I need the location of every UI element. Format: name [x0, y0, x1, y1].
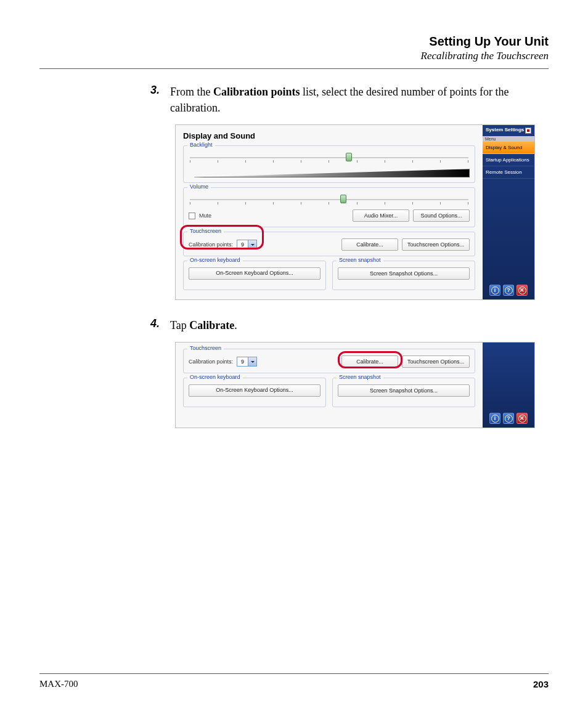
sidebar-title: System Settings — [486, 128, 524, 133]
select-value: 9 — [237, 241, 248, 248]
sidebar-item-remote[interactable]: Remote Session — [483, 166, 534, 179]
mute-label: Mute — [199, 213, 211, 219]
touchscreen-options-button[interactable]: Touchscreen Options... — [402, 238, 470, 251]
osk-fieldset: On-screen keyboard On-Screen Keyboard Op… — [183, 261, 326, 290]
text-fragment: From the — [170, 86, 213, 98]
brightness-wedge-icon — [189, 169, 470, 177]
audio-mixer-button[interactable]: Audio Mixer... — [353, 209, 409, 222]
step-text: From the Calibration points list, select… — [170, 84, 549, 116]
header-rule — [39, 68, 549, 69]
sound-options-button[interactable]: Sound Options... — [413, 209, 470, 222]
sidebar: System Settings Menu Display & Sound Sta… — [483, 125, 534, 299]
page-header: Setting Up Your Unit Recalibrating the T… — [39, 34, 549, 62]
settings-panel: Touchscreen Calibration points: 9 Calibr… — [176, 343, 483, 428]
calibration-label: Calibration points: — [189, 359, 233, 365]
chevron-down-icon — [248, 240, 256, 249]
sidebar: i ? ✕ — [483, 343, 534, 428]
page-footer: MAX-700 203 — [39, 673, 549, 689]
sidebar-item-display-sound[interactable]: Display & Sound — [483, 142, 534, 154]
flag-icon[interactable] — [525, 128, 531, 134]
sidebar-bottom-buttons: i ? ✕ — [483, 281, 534, 299]
text-bold: Calibrate — [189, 319, 234, 331]
osk-fieldset: On-screen keyboard On-Screen Keyboard Op… — [183, 378, 326, 407]
snapshot-options-button[interactable]: Screen Snapshot Options... — [338, 384, 470, 397]
calibration-label: Calibration points: — [189, 241, 233, 248]
snapshot-fieldset: Screen snapshot Screen Snapshot Options.… — [332, 261, 475, 290]
sidebar-item-startup[interactable]: Startup Applications — [483, 154, 534, 166]
chapter-title: Setting Up Your Unit — [39, 34, 549, 49]
calibrate-button[interactable]: Calibrate... — [341, 355, 398, 368]
slider-ticks — [190, 202, 468, 205]
close-icon[interactable]: ✕ — [517, 413, 528, 424]
step-3: 3. From the Calibration points list, sel… — [39, 84, 549, 116]
select-value: 9 — [237, 359, 248, 365]
step-4: 4. Tap Calibrate. — [39, 317, 549, 333]
step-number: 3. — [150, 84, 170, 116]
fieldset-legend: Volume — [187, 184, 211, 190]
snapshot-options-button[interactable]: Screen Snapshot Options... — [338, 267, 470, 280]
slider-thumb[interactable] — [346, 153, 352, 161]
fieldset-legend: Screen snapshot — [337, 257, 383, 263]
fieldset-legend: Touchscreen — [187, 228, 224, 234]
slider-thumb[interactable] — [340, 195, 346, 203]
volume-fieldset: Volume Mute Audio Mixer... Sound Options… — [183, 187, 475, 227]
panel-title: Display and Sound — [183, 131, 475, 140]
sidebar-menu-label: Menu — [483, 136, 534, 142]
fieldset-legend: Touchscreen — [187, 345, 224, 351]
text-bold: Calibration points — [213, 86, 300, 98]
sidebar-bottom-buttons: i ? ✕ — [483, 409, 534, 428]
backlight-slider[interactable] — [190, 157, 468, 158]
fieldset-legend: Backlight — [187, 142, 215, 148]
help-icon[interactable]: ? — [503, 413, 514, 424]
osk-options-button[interactable]: On-Screen Keyboard Options... — [189, 384, 321, 397]
info-icon[interactable]: i — [489, 285, 500, 296]
volume-slider[interactable] — [190, 199, 468, 200]
backlight-fieldset: Backlight — [183, 145, 475, 183]
step-text: Tap Calibrate. — [170, 317, 237, 333]
text-fragment: . — [234, 319, 237, 331]
touchscreen-options-button[interactable]: Touchscreen Options... — [402, 355, 470, 368]
fieldset-legend: Screen snapshot — [337, 374, 383, 380]
footer-model: MAX-700 — [39, 679, 78, 689]
fieldset-legend: On-screen keyboard — [187, 257, 243, 263]
info-icon[interactable]: i — [489, 413, 500, 424]
settings-panel: Display and Sound Backlight Volume — [176, 125, 483, 299]
help-icon[interactable]: ? — [503, 285, 514, 296]
mute-wrapper: Mute — [189, 213, 211, 219]
fieldset-legend: On-screen keyboard — [187, 374, 243, 380]
footer-page-number: 203 — [533, 679, 549, 689]
calibration-points-select[interactable]: 9 — [237, 240, 257, 249]
snapshot-fieldset: Screen snapshot Screen Snapshot Options.… — [332, 378, 475, 407]
touchscreen-fieldset: Touchscreen Calibration points: 9 Calibr… — [183, 349, 475, 373]
slider-ticks — [190, 160, 468, 163]
section-subtitle: Recalibrating the Touchscreen — [39, 50, 549, 62]
screenshot-2: Touchscreen Calibration points: 9 Calibr… — [175, 342, 535, 428]
touchscreen-fieldset: Touchscreen Calibration points: 9 Calibr… — [183, 232, 475, 256]
close-icon[interactable]: ✕ — [517, 285, 528, 296]
chevron-down-icon — [248, 357, 256, 366]
text-fragment: Tap — [170, 319, 189, 331]
osk-options-button[interactable]: On-Screen Keyboard Options... — [189, 267, 321, 280]
calibrate-button[interactable]: Calibrate... — [341, 238, 398, 251]
step-number: 4. — [150, 317, 170, 333]
screenshot-1: Display and Sound Backlight Volume — [175, 124, 535, 300]
mute-checkbox[interactable] — [189, 213, 195, 219]
calibration-points-select[interactable]: 9 — [237, 357, 257, 367]
